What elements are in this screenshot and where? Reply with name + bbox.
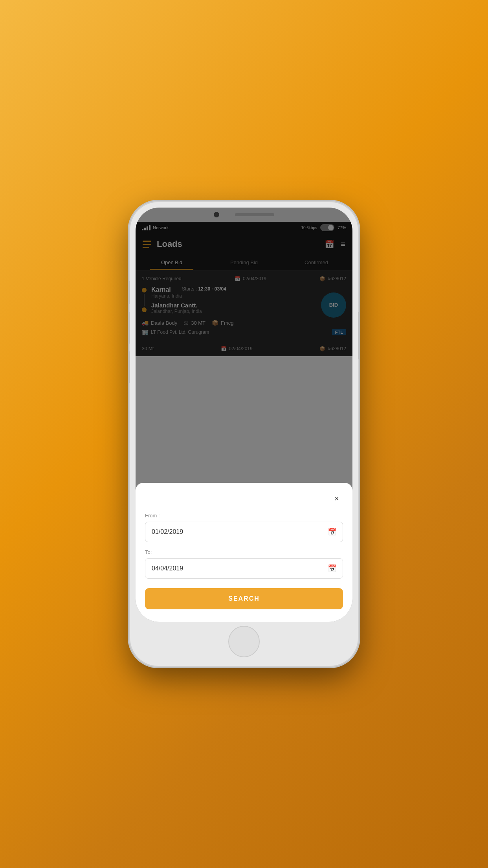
from-date-input[interactable]: 01/02/2019 📅 [145,522,343,542]
power-button [358,312,360,359]
search-button[interactable]: SEARCH [145,588,343,609]
to-date-value: 04/04/2019 [152,565,183,572]
modal-header: × [145,492,343,505]
volume-down-button [128,312,130,344]
app-content: Network 10.6kbps 77% Loads [136,222,352,622]
close-button[interactable]: × [330,492,343,505]
silent-button [128,351,130,383]
phone-frame: Network 10.6kbps 77% Loads [130,202,358,666]
to-date-input[interactable]: 04/04/2019 📅 [145,558,343,579]
modal-panel: × From : 01/02/2019 📅 To: 04/04/2019 📅 S… [136,483,352,622]
modal-overlay[interactable]: × From : 01/02/2019 📅 To: 04/04/2019 📅 S… [136,222,352,622]
phone-screen: Network 10.6kbps 77% Loads [136,208,352,622]
from-label: From : [145,513,343,519]
to-label: To: [145,549,343,555]
home-button[interactable] [228,626,260,657]
from-calendar-icon: 📅 [328,528,336,536]
to-calendar-icon: 📅 [328,564,336,573]
volume-up-button [128,281,130,304]
from-date-value: 01/02/2019 [152,528,183,535]
